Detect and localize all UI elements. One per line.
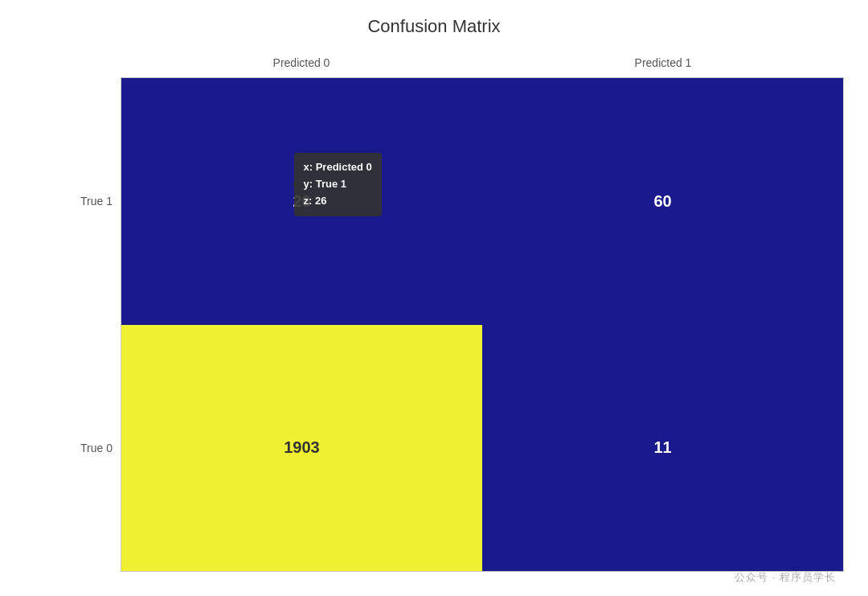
row-labels: True 1 True 0	[64, 77, 121, 572]
cell-value-true0-pred1: 11	[653, 438, 671, 457]
cell-true1-pred0[interactable]: 26 x: Predicted 0 y: True 1 z: 26	[121, 78, 482, 325]
cell-value-true0-pred0: 1903	[284, 438, 320, 457]
tooltip-x: x: Predicted 0	[304, 159, 372, 176]
col-header-predicted1: Predicted 1	[482, 48, 844, 77]
matrix-grid: 26 x: Predicted 0 y: True 1 z: 26 60 190…	[121, 77, 844, 572]
tooltip-y: y: True 1	[304, 176, 372, 193]
cell-true1-pred1[interactable]: 60	[482, 78, 843, 325]
row-label-true1: True 1	[64, 77, 121, 325]
col-header-row: Predicted 0 Predicted 1	[121, 48, 844, 77]
chart-container: Confusion Matrix Predicted 0 Predicted 1…	[0, 0, 868, 596]
watermark: 公众号 · 程序员学长	[735, 570, 836, 585]
cell-true0-pred1[interactable]: 11	[482, 325, 843, 572]
row-label-true0: True 0	[64, 325, 121, 573]
tooltip-z: z: 26	[304, 193, 372, 210]
cell-true0-pred0[interactable]: 1903	[121, 325, 482, 572]
col-header-predicted0: Predicted 0	[121, 48, 482, 77]
chart-title: Confusion Matrix	[0, 0, 868, 45]
cell-value-true1-pred1: 60	[653, 192, 671, 211]
cell-value-true1-pred0: 26	[293, 192, 310, 211]
matrix-area: Predicted 0 Predicted 1 True 1 True 0 26…	[64, 48, 844, 572]
